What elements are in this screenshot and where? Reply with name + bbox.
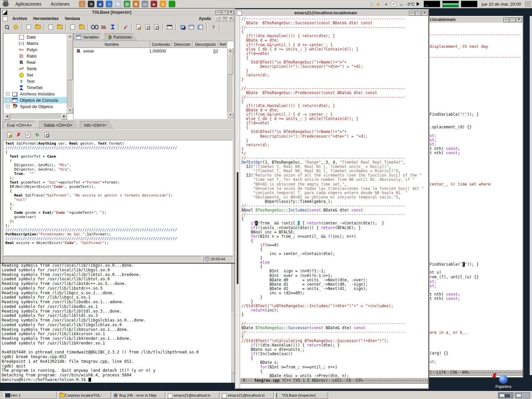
eval-check-button[interactable]: ✓ <box>24 131 32 139</box>
mdi-close-button[interactable]: ✕ <box>228 16 233 21</box>
help-toolbar-button[interactable]: ? <box>209 23 217 31</box>
emacs-titlebar[interactable]: emacs21@localhost.localdomain — □ ✕ <box>236 10 428 16</box>
desktop-close-x-icon[interactable]: ✗ <box>491 372 497 380</box>
scroll-right-arrow[interactable]: ▶ <box>61 114 67 120</box>
eval-stop-button[interactable]: ✗ <box>15 131 23 139</box>
terminal-launcher-icon[interactable]: > <box>88 1 94 7</box>
scroll-up-arrow[interactable]: ▲ <box>227 48 233 54</box>
table-vertical-scrollbar[interactable]: ▲ ▼ <box>227 48 233 118</box>
column-header-ref[interactable]: Ref <box>218 41 227 48</box>
tree-item-polyn[interactable]: P(x)Polyn <box>4 47 67 53</box>
camera-icon[interactable]: ● <box>383 1 389 7</box>
equalizer-launcher-icon[interactable] <box>169 1 175 7</box>
tolbase-maximize-button[interactable]: □ <box>222 10 227 15</box>
open-data-toolbar-button[interactable] <box>77 23 86 31</box>
menu-ventana[interactable]: Ventana <box>62 16 82 21</box>
object-tree[interactable]: Date[∷]MatrixP(x)PolynP(x)Q(x)RatioℝReal… <box>4 34 67 114</box>
workspace-2[interactable] <box>515 392 530 398</box>
scroll-down-arrow[interactable]: ▼ <box>67 108 73 114</box>
tree-item-matrix[interactable]: [∷]Matrix <box>4 40 67 47</box>
tab-variables[interactable]: Variables <box>73 33 105 41</box>
system-monitor-applet-1[interactable] <box>424 1 440 7</box>
terminal-output[interactable]: Reading symbols from /usr/local/lib/libg… <box>2 263 231 382</box>
chat-launcher-icon[interactable]: ☺ <box>106 1 112 7</box>
tree-item-ratio[interactable]: P(x)Q(x)Ratio <box>4 53 67 59</box>
open-project-toolbar-button[interactable] <box>56 23 64 31</box>
tree-item-spool-de-objetos[interactable]: +Spool de Objetos <box>4 103 67 110</box>
tree-item-text[interactable]: TText <box>4 78 67 84</box>
new-project-toolbar-button[interactable] <box>47 23 55 31</box>
column-header-contenido[interactable]: Contenido <box>150 41 172 48</box>
taskbar-item[interactable]: TOLBase [Inspector] <box>275 392 328 399</box>
emacs-maximize-button[interactable]: □ <box>415 11 421 16</box>
firefox-launcher-icon[interactable]: e <box>97 1 103 7</box>
taskbar-item[interactable]: Hirn 1 <box>4 392 57 399</box>
gnome-menu-icon[interactable] <box>3 1 9 7</box>
emacs-window[interactable]: emacs21@localhost.localdomain — □ ✕ //--… <box>235 9 429 389</box>
emacs2-minimize-button[interactable]: — <box>503 17 509 22</box>
tolbase-window[interactable]: TOLBase [Inspector] — □ ✕ Archivo Herram… <box>1 9 235 263</box>
tree-item-objetos-de-consola[interactable]: +Objetos de Consola <box>4 97 67 103</box>
tab-eval[interactable]: Eval <Ctrl+A> <box>3 121 39 129</box>
tree-horizontal-scrollbar[interactable]: ◀ ▶ <box>4 113 67 119</box>
emacs-minimize-button[interactable]: — <box>409 11 415 16</box>
tree-expander[interactable]: + <box>6 105 10 108</box>
projector-launcher-icon[interactable]: ▭ <box>142 1 148 7</box>
tray-handle[interactable]: ⣿ <box>370 2 373 6</box>
eval-preview-button[interactable] <box>43 131 51 139</box>
tree-item-archivos-incluidos[interactable]: +Archivos Incluidos <box>4 91 67 97</box>
panel-end-icon[interactable]: ⊡ <box>525 1 531 7</box>
email-launcher-icon[interactable]: @ <box>124 1 130 7</box>
menu-archivo[interactable]: Archivo <box>10 16 30 21</box>
menu-herramientas[interactable]: Herramientas <box>31 16 62 21</box>
search-toolbar-button[interactable] <box>3 23 11 31</box>
tree-vertical-scrollbar[interactable]: ▲ ▼ <box>67 34 72 114</box>
emacs-window-2[interactable]: t.localdomain — □ ✕ v)--L174--C56--40%--… <box>426 16 523 378</box>
find-objects-toolbar-button[interactable] <box>90 23 99 31</box>
window-toolbar-button[interactable] <box>165 23 174 31</box>
checkbox-applet-icon[interactable]: ✓ <box>391 2 396 7</box>
bird-launcher-icon[interactable]: ● <box>160 1 166 7</box>
doc-build-toolbar-button[interactable] <box>143 23 152 31</box>
tree-item-timeset[interactable]: TimeSet <box>4 84 67 91</box>
emacs-scrollbar-thumb[interactable] <box>237 172 238 284</box>
emacs-minibuffer[interactable] <box>240 384 428 388</box>
workspace-1[interactable] <box>498 392 513 398</box>
tree-item-real[interactable]: ℝReal <box>4 59 67 66</box>
emacs2-titlebar[interactable]: t.localdomain — □ ✕ <box>427 17 523 23</box>
open-file-toolbar-button[interactable] <box>34 23 42 31</box>
doc-find-toolbar-button[interactable] <box>152 23 161 31</box>
table-scrollbar-thumb[interactable] <box>228 54 233 74</box>
tol-code-editor[interactable]: Text SqlFormat(Anything var, Real gestor… <box>3 140 233 255</box>
notes-launcher-icon[interactable]: ✎ <box>115 1 121 7</box>
scroll-up-arrow[interactable]: ▲ <box>67 34 73 40</box>
tree-scrollbar-thumb[interactable] <box>67 40 73 80</box>
tree-expander[interactable]: + <box>6 92 10 96</box>
volume-icon[interactable] <box>417 2 422 6</box>
users-launcher-icon[interactable]: ꊞ <box>133 1 139 7</box>
menu-ayuda[interactable]: Ayuda <box>196 16 213 21</box>
terminal-window[interactable]: Reading symbols from /usr/local/lib/libg… <box>0 262 237 383</box>
scroll-left-arrow[interactable]: ◀ <box>4 114 10 120</box>
tree-item-date[interactable]: Date <box>4 34 67 40</box>
emacs-close-button[interactable]: ✕ <box>422 11 427 16</box>
sql-toolbar-button[interactable]: SQL <box>99 23 108 31</box>
paint-toolbar-button[interactable] <box>12 23 20 31</box>
tab-salida[interactable]: Salida <Ctrl+O> <box>39 121 80 129</box>
eval-run-button[interactable] <box>5 131 13 139</box>
menu-acciones[interactable]: Acciones <box>46 0 74 8</box>
tile-horizontal-toolbar-button[interactable] <box>187 23 196 31</box>
taskbar-item[interactable]: Bug 245 - error in Obje <box>112 392 165 399</box>
options-toolbar-button[interactable] <box>121 23 130 31</box>
eval-refresh-button[interactable]: ↻ <box>33 131 41 139</box>
doc-edit-toolbar-button[interactable] <box>134 23 143 31</box>
panel-clock[interactable]: jue 10 de mar, 20:00 <box>479 2 523 7</box>
emacs2-maximize-button[interactable]: □ <box>510 17 515 22</box>
system-monitor-applet-2[interactable] <box>442 1 459 7</box>
taskbar-item[interactable]: emacs21@localhost.lo <box>166 392 219 399</box>
tree-item-set[interactable]: Set <box>4 72 67 78</box>
mdi-minimize-button[interactable]: — <box>215 16 220 21</box>
new-file-toolbar-button[interactable] <box>25 23 33 31</box>
tolbase-minimize-button[interactable]: — <box>215 10 221 15</box>
column-header-nombre[interactable]: Nombre <box>73 41 150 48</box>
